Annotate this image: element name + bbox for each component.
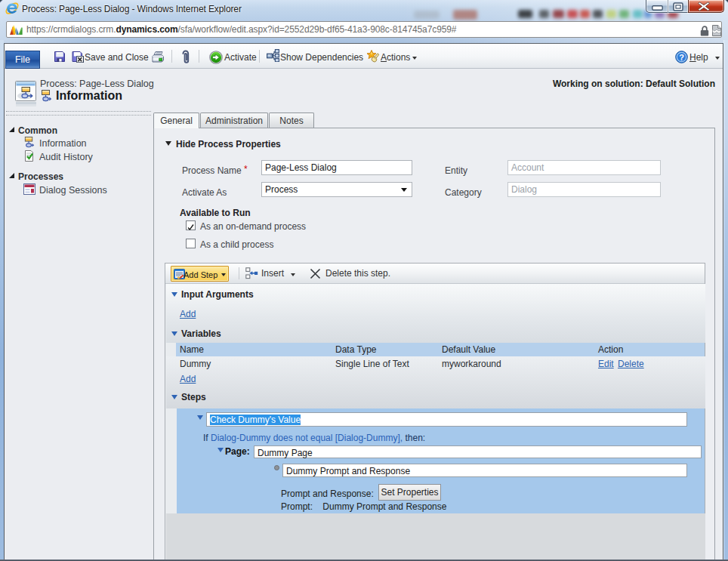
svg-text:?: ?	[679, 53, 684, 62]
